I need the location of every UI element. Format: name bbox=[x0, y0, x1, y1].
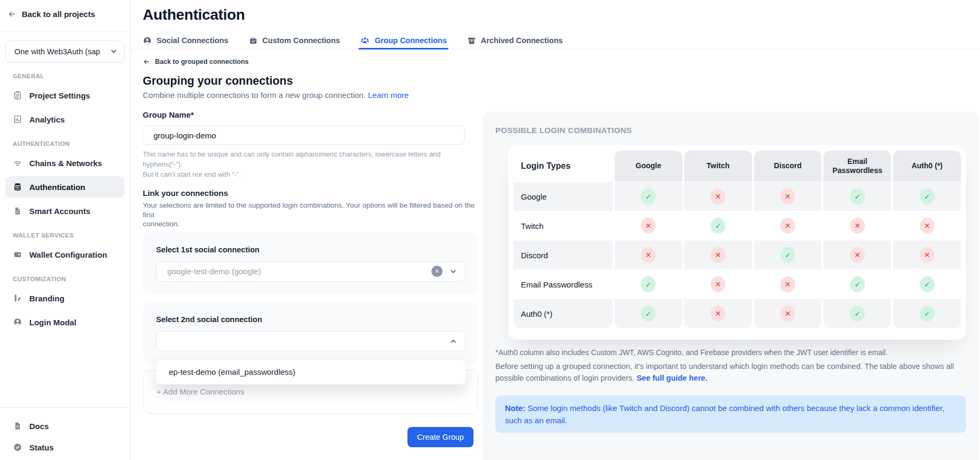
sidebar-section-wallet-services: WALLET SERVICES bbox=[13, 232, 117, 240]
first-connection-card: Select 1st social connection google-test… bbox=[143, 233, 478, 294]
x-icon: ✕ bbox=[710, 247, 725, 263]
tab-label: Social Connections bbox=[157, 36, 228, 45]
combo-cell: ✕ bbox=[684, 299, 752, 328]
x-icon: ✕ bbox=[641, 218, 656, 234]
group-form: Back to grouped connections Grouping you… bbox=[130, 56, 482, 447]
combo-cell: ✓ bbox=[823, 299, 891, 328]
x-icon: ✕ bbox=[920, 247, 935, 263]
column-login-types: Login TypesGoogleTwitchDiscordEmail Pass… bbox=[513, 151, 612, 328]
page-title: Authentication bbox=[143, 6, 980, 23]
sidebar-item-label: Docs bbox=[29, 422, 49, 431]
combo-cell: ✕ bbox=[754, 269, 822, 299]
combinations-table-card: Login TypesGoogleTwitchDiscordEmail Pass… bbox=[508, 145, 966, 340]
sidebar-item-wallet-configuration[interactable]: Wallet Configuration bbox=[5, 244, 125, 265]
combo-cell: ✓ bbox=[754, 240, 822, 269]
network-icon bbox=[13, 158, 22, 168]
tab-label: Group Connections bbox=[374, 36, 446, 45]
branding-icon bbox=[13, 293, 22, 303]
first-connection-select[interactable]: google-test-demo (google) ✕ bbox=[156, 261, 466, 282]
back-to-grouped-connections-link[interactable]: Back to grouped connections bbox=[143, 56, 482, 67]
combinations-table: Login TypesGoogleTwitchDiscordEmail Pass… bbox=[513, 151, 961, 328]
project-selector[interactable]: One with Web3Auth (sap bbox=[5, 40, 125, 62]
connection-dropdown-option[interactable]: ep-test-demo (email_passwordless) bbox=[156, 360, 466, 384]
tab-archived-connections[interactable]: Archived Connections bbox=[467, 32, 563, 49]
combo-cell: ✕ bbox=[893, 240, 961, 269]
sidebar-item-chains-networks[interactable]: Chains & Networks bbox=[5, 152, 125, 174]
combo-cell: ✕ bbox=[684, 269, 752, 299]
x-icon: ✕ bbox=[780, 188, 795, 204]
x-icon: ✕ bbox=[850, 247, 865, 263]
group-icon bbox=[360, 36, 370, 45]
chevron-down-icon[interactable] bbox=[449, 267, 458, 276]
tab-label: Archived Connections bbox=[481, 36, 563, 45]
group-name-input[interactable] bbox=[142, 126, 465, 145]
sidebar-divider bbox=[0, 31, 130, 32]
tab-group-connections[interactable]: Group Connections bbox=[360, 32, 446, 49]
first-connection-label: Select 1st social connection bbox=[156, 245, 466, 256]
column-header-google: Google bbox=[615, 151, 682, 182]
column-twitch: Twitch✕✓✕✕✕ bbox=[684, 151, 752, 328]
create-group-button[interactable]: Create Group bbox=[407, 427, 473, 447]
analytics-icon bbox=[13, 114, 22, 124]
sidebar: Back to all projects One with Web3Auth (… bbox=[0, 0, 130, 460]
tabs-bar: Social ConnectionsCustom ConnectionsGrou… bbox=[130, 32, 980, 50]
x-icon: ✕ bbox=[710, 276, 725, 292]
sidebar-item-label: Wallet Configuration bbox=[29, 250, 107, 259]
combo-cell: ✓ bbox=[615, 182, 682, 211]
check-icon: ✓ bbox=[641, 188, 656, 204]
user-circle-icon bbox=[13, 317, 22, 327]
tab-social-connections[interactable]: Social Connections bbox=[143, 32, 228, 49]
back-to-projects-link[interactable]: Back to all projects bbox=[0, 0, 130, 31]
sidebar-item-label: Login Modal bbox=[29, 318, 76, 327]
sidebar-nav: GENERALProject SettingsAnalyticsAUTHENTI… bbox=[0, 73, 130, 333]
back-to-projects-label: Back to all projects bbox=[22, 10, 95, 19]
learn-more-link[interactable]: Learn more bbox=[368, 91, 409, 100]
sidebar-section-authentication: AUTHENTICATION bbox=[13, 141, 117, 148]
combinations-title: POSSIBLE LOGIN COMBINATIONS bbox=[495, 126, 966, 135]
sidebar-item-login-modal[interactable]: Login Modal bbox=[5, 311, 125, 333]
row-label-twitch: Twitch bbox=[513, 211, 612, 240]
arrow-left-icon bbox=[7, 10, 17, 19]
check-icon: ✓ bbox=[920, 276, 935, 292]
note-label: Note: bbox=[505, 404, 525, 413]
group-name-label: Group Name* bbox=[143, 110, 482, 121]
sidebar-item-docs[interactable]: Docs bbox=[5, 415, 125, 437]
x-icon: ✕ bbox=[920, 218, 935, 234]
column-google: Google✓✕✕✓✓ bbox=[615, 151, 682, 328]
x-icon: ✕ bbox=[850, 218, 865, 234]
clipboard-icon bbox=[13, 91, 22, 100]
section-title: Grouping your connections bbox=[143, 75, 482, 88]
sidebar-item-project-settings[interactable]: Project Settings bbox=[5, 85, 125, 106]
combo-cell: ✓ bbox=[615, 269, 682, 299]
auth0-footnote: *Auth0 column also includes Custom JWT, … bbox=[495, 348, 966, 357]
link-connections-title: Link your connections bbox=[143, 188, 482, 199]
wallet-icon bbox=[13, 250, 22, 259]
chevron-up-icon[interactable] bbox=[449, 337, 458, 346]
sidebar-item-branding[interactable]: Branding bbox=[5, 288, 125, 309]
auth-stack-icon bbox=[13, 182, 22, 192]
doc-icon bbox=[13, 421, 22, 431]
full-guide-link[interactable]: See full guide here. bbox=[636, 374, 707, 382]
column-header-twitch: Twitch bbox=[684, 151, 752, 182]
project-selector-value: One with Web3Auth (sap bbox=[14, 47, 100, 56]
second-connection-select[interactable] bbox=[156, 331, 466, 351]
sidebar-item-label: Branding bbox=[29, 294, 64, 303]
column-header-discord: Discord bbox=[754, 151, 822, 182]
combo-cell: ✕ bbox=[893, 211, 961, 240]
combo-cell: ✓ bbox=[893, 182, 961, 211]
sidebar-item-authentication[interactable]: Authentication bbox=[5, 176, 125, 198]
sidebar-item-status[interactable]: Status bbox=[5, 437, 125, 458]
chevron-down-icon bbox=[110, 47, 118, 55]
tab-custom-connections[interactable]: Custom Connections bbox=[249, 32, 340, 49]
combo-cell: ✕ bbox=[615, 211, 682, 240]
x-icon: ✕ bbox=[710, 188, 725, 204]
check-icon: ✓ bbox=[710, 218, 725, 234]
clear-icon[interactable]: ✕ bbox=[431, 266, 443, 277]
sidebar-item-analytics[interactable]: Analytics bbox=[5, 109, 125, 130]
sidebar-item-smart-accounts[interactable]: Smart Accounts bbox=[5, 200, 125, 221]
check-icon: ✓ bbox=[780, 247, 795, 263]
check-icon: ✓ bbox=[920, 188, 935, 204]
column-auth0: Auth0 (*)✓✕✕✓✓ bbox=[893, 151, 961, 328]
combo-cell: ✓ bbox=[893, 299, 961, 328]
x-icon: ✕ bbox=[780, 306, 795, 322]
